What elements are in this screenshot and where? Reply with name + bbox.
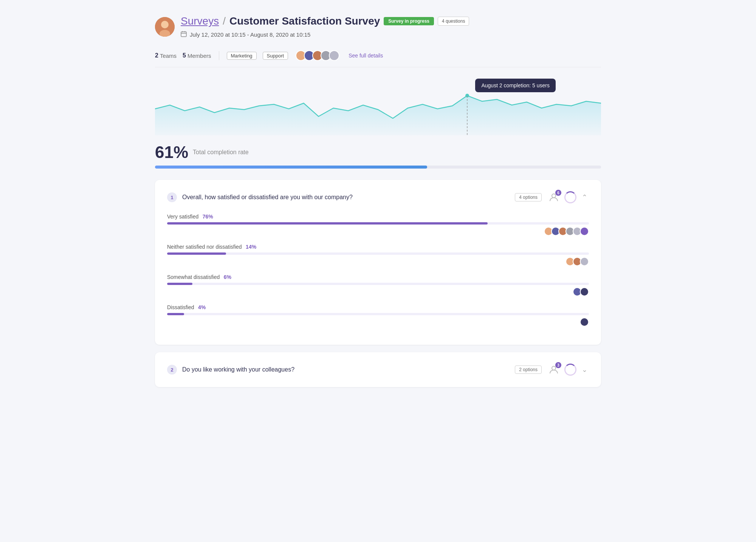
header-left: Surveys / Customer Satisfaction Survey S… xyxy=(155,15,469,38)
answer-bar-track-2 xyxy=(167,252,589,255)
stats-bar: 2 Teams 5 Members Marketing Support See … xyxy=(155,43,601,67)
members-stat: 5 Members xyxy=(183,52,211,59)
question-number-1: 1 xyxy=(167,192,177,202)
title-separator: / xyxy=(223,15,226,27)
avatar-image xyxy=(155,17,175,37)
teams-stat: 2 Teams xyxy=(155,52,177,59)
avatar xyxy=(155,17,175,37)
resp-avatar xyxy=(580,317,589,327)
question-actions-1: 6 ⌃ xyxy=(547,190,589,204)
surveys-link[interactable]: Surveys xyxy=(181,15,219,27)
answers-section-1: Very satisfied 76% xyxy=(167,213,589,327)
question-card-2: 2 Do you like working with your colleagu… xyxy=(155,352,601,387)
member-avatars xyxy=(296,50,339,61)
respondents-icon-wrap-1[interactable]: 6 xyxy=(547,190,561,204)
answer-label-4: Dissatisfied 4% xyxy=(167,304,206,311)
completion-section: 61% Total completion rate xyxy=(155,143,601,169)
answer-label-row-1: Very satisfied 76% xyxy=(167,213,589,220)
question-number-2: 2 xyxy=(167,365,177,375)
resp-avatar xyxy=(580,257,589,266)
completion-rate-display: 61% Total completion rate xyxy=(155,143,601,162)
answer-row-very-satisfied: Very satisfied 76% xyxy=(167,213,589,236)
divider xyxy=(219,51,219,60)
completion-progress-track xyxy=(155,166,601,169)
tag-marketing: Marketing xyxy=(227,52,257,60)
tag-support: Support xyxy=(263,52,288,60)
answer-bar-fill-2 xyxy=(167,252,226,255)
loading-spinner-2 xyxy=(564,364,576,376)
status-badge: Survey in progress xyxy=(384,17,434,25)
question-header-1: 1 Overall, how satisfied or dissatisfied… xyxy=(167,190,589,204)
answer-avatars-1 xyxy=(167,227,589,236)
chart-tooltip: August 2 completion: 5 users xyxy=(475,79,556,92)
collapse-button-1[interactable]: ⌃ xyxy=(580,192,589,203)
teams-count: 2 xyxy=(155,52,158,59)
question-text-1: Overall, how satisfied or dissatisfied a… xyxy=(182,194,510,201)
answer-row-dissatisfied: Dissatisfied 4% xyxy=(167,304,589,327)
answer-label-3: Somewhat dissatisfied 6% xyxy=(167,274,231,280)
answer-label-row-4: Dissatisfied 4% xyxy=(167,304,589,311)
members-label: Members xyxy=(187,53,211,59)
answer-label-row-2: Neither satisfied nor dissatisfied 14% xyxy=(167,243,589,250)
loading-spinner-1 xyxy=(564,191,576,203)
teams-label: Teams xyxy=(160,53,177,59)
svg-point-10 xyxy=(552,366,556,370)
answer-bar-fill-1 xyxy=(167,222,488,225)
survey-title: Customer Satisfaction Survey xyxy=(229,15,380,27)
svg-point-9 xyxy=(552,194,556,198)
calendar-icon xyxy=(181,31,187,38)
answer-row-somewhat-dissatisfied: Somewhat dissatisfied 6% xyxy=(167,274,589,296)
questions-badge: 4 questions xyxy=(438,17,469,26)
answer-bar-track-1 xyxy=(167,222,589,225)
svg-point-1 xyxy=(161,21,169,28)
answer-bar-fill-3 xyxy=(167,283,192,285)
completion-label: Total completion rate xyxy=(193,149,249,156)
members-count: 5 xyxy=(183,52,186,59)
title-row: Surveys / Customer Satisfaction Survey S… xyxy=(181,15,469,27)
question-text-2: Do you like working with your colleagues… xyxy=(182,366,510,373)
answer-row-neither: Neither satisfied nor dissatisfied 14% xyxy=(167,243,589,266)
date-text: July 12, 2020 at 10:15 - August 8, 2020 … xyxy=(190,31,310,38)
options-badge-1: 4 options xyxy=(515,193,542,201)
answer-bar-track-3 xyxy=(167,283,589,285)
respondent-badge-1: 6 xyxy=(555,190,561,196)
answer-avatars-4 xyxy=(167,317,589,327)
answer-bar-track-4 xyxy=(167,313,589,315)
question-header-2: 2 Do you like working with your colleagu… xyxy=(167,363,589,376)
completion-progress-fill xyxy=(155,166,427,169)
respondent-badge-2: 3 xyxy=(555,362,561,368)
resp-avatar xyxy=(580,227,589,236)
completion-chart: August 2 completion: 5 users xyxy=(155,75,601,135)
question-actions-2: 3 ⌄ xyxy=(547,363,589,376)
title-area: Surveys / Customer Satisfaction Survey S… xyxy=(181,15,469,38)
date-range: July 12, 2020 at 10:15 - August 8, 2020 … xyxy=(181,31,469,38)
answer-avatars-3 xyxy=(167,287,589,296)
answer-label-2: Neither satisfied nor dissatisfied 14% xyxy=(167,243,256,250)
answer-label-1: Very satisfied 76% xyxy=(167,213,213,220)
answer-bar-fill-4 xyxy=(167,313,184,315)
page-header: Surveys / Customer Satisfaction Survey S… xyxy=(155,15,601,38)
member-avatar-5 xyxy=(329,50,339,61)
resp-avatar xyxy=(580,287,589,296)
expand-button-2[interactable]: ⌄ xyxy=(580,364,589,375)
completion-percent: 61% xyxy=(155,143,188,162)
answer-avatars-2 xyxy=(167,257,589,266)
see-full-details-link[interactable]: See full details xyxy=(349,53,383,59)
answer-label-row-3: Somewhat dissatisfied 6% xyxy=(167,274,589,280)
question-card-1: 1 Overall, how satisfied or dissatisfied… xyxy=(155,180,601,345)
respondents-icon-wrap-2[interactable]: 3 xyxy=(547,363,561,376)
options-badge-2: 2 options xyxy=(515,365,542,374)
svg-rect-3 xyxy=(181,32,186,37)
